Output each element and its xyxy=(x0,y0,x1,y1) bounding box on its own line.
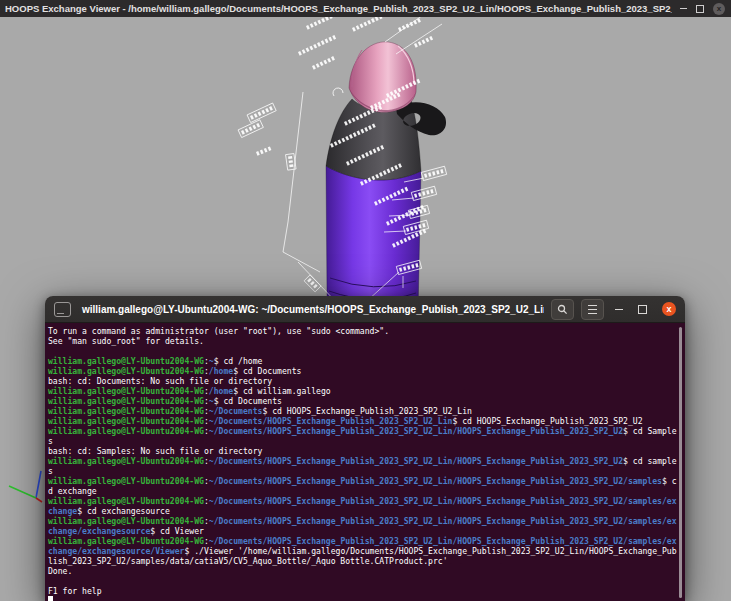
terminal-line: william.gallego@LY-Ubuntu2004-WG:~/Docum… xyxy=(48,536,678,566)
terminal-line: william.gallego@LY-Ubuntu2004-WG:~/Docum… xyxy=(48,416,678,426)
terminal-line: william.gallego@LY-Ubuntu2004-WG:~/Docum… xyxy=(48,496,678,516)
terminal-scrollbar[interactable] xyxy=(679,327,682,598)
terminal-line xyxy=(48,346,678,356)
terminal-cursor-line xyxy=(48,596,678,601)
terminal-line: F1 for help xyxy=(48,586,678,596)
app-close-icon[interactable]: x xyxy=(713,3,725,15)
terminal-line: william.gallego@LY-Ubuntu2004-WG:/home$ … xyxy=(48,366,678,376)
app-titlebar[interactable]: HOOPS Exchange Viewer - /home/william.ga… xyxy=(0,0,731,17)
terminal-line: bash: cd: Documents: No such file or dir… xyxy=(48,376,678,386)
app-maximize-icon[interactable] xyxy=(696,5,704,13)
terminal-maximize-icon[interactable] xyxy=(638,305,647,314)
terminal-title: william.gallego@LY-Ubuntu2004-WG: ~/Docu… xyxy=(78,304,544,315)
axis-triad xyxy=(9,471,42,502)
terminal-line: To run a command as administrator (user … xyxy=(48,326,678,336)
terminal-close-icon[interactable]: x xyxy=(662,302,676,316)
terminal-line: william.gallego@LY-Ubuntu2004-WG:~/Docum… xyxy=(48,406,678,416)
terminal-line: Done. xyxy=(48,566,678,576)
terminal-line: william.gallego@LY-Ubuntu2004-WG:~/Docum… xyxy=(48,426,678,446)
menu-icon xyxy=(588,305,597,314)
terminal-line: william.gallego@LY-Ubuntu2004-WG:~$ cd D… xyxy=(48,396,678,406)
terminal-line xyxy=(48,576,678,586)
terminal-line: See "man sudo_root" for details. xyxy=(48,336,678,346)
search-button[interactable] xyxy=(551,299,574,320)
terminal-line: william.gallego@LY-Ubuntu2004-WG:~/Docum… xyxy=(48,516,678,536)
search-icon xyxy=(557,304,568,315)
app-minimize-icon[interactable] xyxy=(680,8,687,9)
terminal-minimize-icon[interactable] xyxy=(615,309,623,310)
app-title: HOOPS Exchange Viewer - /home/william.ga… xyxy=(5,3,672,14)
terminal-window[interactable]: william.gallego@LY-Ubuntu2004-WG: ~/Docu… xyxy=(45,296,685,601)
terminal-line: william.gallego@LY-Ubuntu2004-WG:/home$ … xyxy=(48,386,678,396)
terminal-line: bash: cd: Samples: No such file or direc… xyxy=(48,446,678,456)
terminal-line: william.gallego@LY-Ubuntu2004-WG:~/Docum… xyxy=(48,456,678,476)
menu-button[interactable] xyxy=(581,299,604,320)
terminal-line: william.gallego@LY-Ubuntu2004-WG:~/Docum… xyxy=(48,476,678,496)
terminal-app-icon xyxy=(54,302,71,317)
terminal-cursor xyxy=(48,596,53,601)
terminal-titlebar[interactable]: william.gallego@LY-Ubuntu2004-WG: ~/Docu… xyxy=(45,296,685,323)
terminal-line: william.gallego@LY-Ubuntu2004-WG:~$ cd /… xyxy=(48,356,678,366)
terminal-output[interactable]: To run a command as administrator (user … xyxy=(45,323,685,601)
